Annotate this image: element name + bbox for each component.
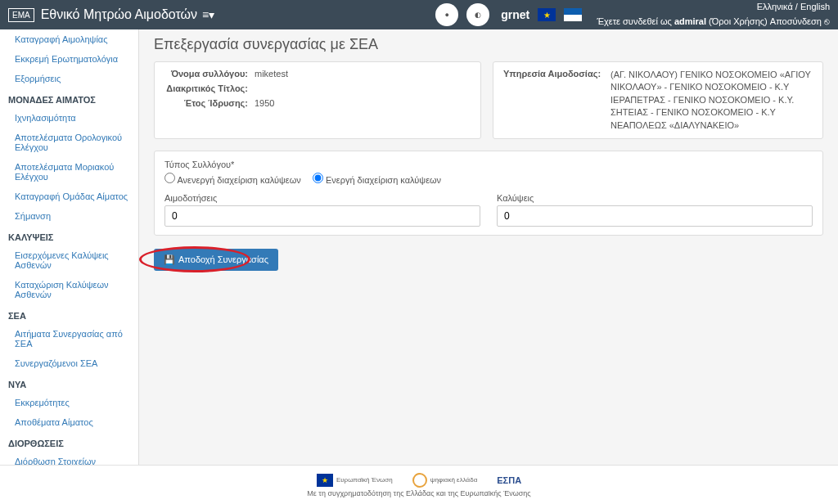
footer-espa-logo: ΕΣΠΑ bbox=[497, 475, 521, 485]
sidebar-item-diorthosi-erotimatologion[interactable]: Διόρθωση Στοιχείων Ερωτηματολογίων bbox=[0, 452, 138, 465]
language-switch: Ελληνικά / English bbox=[757, 2, 830, 11]
donations-label: Αιμοδοτήσεις bbox=[164, 193, 480, 203]
sidebar-item-eiserhomenes-kalypseis[interactable]: Εισερχόμενες Καλύψεις Ασθενών bbox=[0, 245, 138, 275]
sidebar-item-eksormiseis[interactable]: Εξορμήσεις bbox=[0, 69, 138, 88]
app-title: Εθνικό Μητρώο Αιμοδοτών bbox=[41, 7, 197, 22]
sidebar-item-kataxorisi-kalypseon[interactable]: Καταχώριση Καλύψεων Ασθενών bbox=[0, 275, 138, 304]
service-info-panel: Υπηρεσία Αιμοδοσίας: (ΑΓ. ΝΙΚΟΛΑΟΥ) ΓΕΝΙ… bbox=[493, 61, 823, 139]
type-label: Τύπος Συλλόγου* bbox=[164, 160, 813, 169]
save-icon: 💾 bbox=[164, 254, 175, 265]
footer-eu-logo: ★Ευρωπαϊκή Ένωση bbox=[317, 474, 393, 487]
form-panel: Τύπος Συλλόγου* Ανενεργή διαχείριση καλύ… bbox=[154, 151, 823, 236]
partner-logos: ● ◐ grnet ★ bbox=[435, 3, 582, 26]
content-area: Επεξεργασία συνεργασίας με ΣΕΑ Όνομα συλ… bbox=[139, 29, 838, 465]
service-value: (ΑΓ. ΝΙΚΟΛΑΟΥ) ΓΕΝΙΚΟ ΝΟΣΟΚΟΜΕΙΟ «ΑΓΙΟΥ … bbox=[610, 69, 813, 132]
sidebar-item-simansi[interactable]: Σήμανση bbox=[0, 206, 138, 226]
sidebar-item-apothemata[interactable]: Αποθέματα Αίματος bbox=[0, 412, 138, 432]
year-label: Έτος Ίδρυσης: bbox=[164, 98, 255, 108]
sidebar-item-aitimata-sea[interactable]: Αιτήματα Συνεργασίας από ΣΕΑ bbox=[0, 324, 138, 353]
distinctive-label: Διακριτικός Τίτλος: bbox=[164, 83, 255, 93]
name-value: miketest bbox=[255, 69, 288, 79]
eu-flag-icon: ★ bbox=[538, 8, 556, 21]
terms-link[interactable]: (Όροι Χρήσης) bbox=[709, 16, 768, 26]
logout-link[interactable]: Αποσύνδεση bbox=[770, 16, 822, 26]
donations-input[interactable] bbox=[164, 205, 480, 227]
page-title: Επεξεργασία συνεργασίας με ΣΕΑ bbox=[154, 36, 823, 53]
partner-logo-2: ◐ bbox=[466, 3, 489, 26]
sidebar-item-omadas-aimatos[interactable]: Καταγραφή Ομάδας Αίματος bbox=[0, 187, 138, 206]
lang-english-link[interactable]: English bbox=[800, 2, 830, 11]
sidebar-item-synergazomenoi-sea[interactable]: Συνεργαζόμενοι ΣΕΑ bbox=[0, 353, 138, 373]
sidebar-item-ichnilasimotita[interactable]: Ιχνηλασιμότητα bbox=[0, 108, 138, 128]
sidebar-section-nya: ΝΥΑ bbox=[0, 373, 138, 393]
footer-digital-logo: ψηφιακή ελλάδα bbox=[412, 473, 478, 488]
year-value: 1950 bbox=[255, 98, 274, 108]
service-label: Υπηρεσία Αιμοδοσίας: bbox=[503, 69, 610, 132]
sidebar[interactable]: Καταγραφή Αιμοληψίας Εκκρεμή Ερωτηματολό… bbox=[0, 29, 139, 465]
association-info-panel: Όνομα συλλόγου: miketest Διακριτικός Τίτ… bbox=[154, 61, 481, 139]
radio-active[interactable] bbox=[313, 173, 323, 183]
logo: EMA bbox=[8, 8, 34, 22]
sidebar-item-moriakou[interactable]: Αποτελέσματα Μοριακού Ελέγχου bbox=[0, 157, 138, 187]
username: admiral bbox=[674, 16, 706, 26]
lang-greek-link[interactable]: Ελληνικά bbox=[757, 2, 793, 11]
radio-inactive[interactable] bbox=[164, 173, 175, 183]
partner-logo-1: ● bbox=[435, 3, 458, 26]
sidebar-section-sea: ΣΕΑ bbox=[0, 304, 138, 324]
accept-button-label: Αποδοχή Συνεργασίας bbox=[178, 254, 268, 264]
footer: ★Ευρωπαϊκή Ένωση ψηφιακή ελλάδα ΕΣΠΑ Με … bbox=[0, 465, 838, 504]
radio-active-label[interactable]: Ενεργή διαχείριση καλύψεων bbox=[313, 173, 441, 185]
radio-inactive-label[interactable]: Ανενεργή διαχείριση καλύψεων bbox=[164, 173, 301, 185]
sidebar-section-monades: ΜΟΝΑΔΕΣ ΑΙΜΑΤΟΣ bbox=[0, 88, 138, 108]
name-label: Όνομα συλλόγου: bbox=[164, 69, 255, 79]
session-info: Έχετε συνδεθεί ως admiral (Όροι Χρήσης) … bbox=[597, 16, 830, 26]
grnet-logo-text: grnet bbox=[501, 8, 529, 21]
sidebar-item-ekkremotites[interactable]: Εκκρεμότητες bbox=[0, 393, 138, 412]
sidebar-item-ekkremi-erotimatologia[interactable]: Εκκρεμή Ερωτηματολόγια bbox=[0, 49, 138, 69]
accept-cooperation-button[interactable]: 💾 Αποδοχή Συνεργασίας bbox=[154, 249, 278, 271]
sidebar-section-kalypseis: ΚΑΛΥΨΕΙΣ bbox=[0, 226, 138, 245]
covers-label: Καλύψεις bbox=[497, 193, 813, 203]
footer-text: Με τη συγχρηματοδότηση της Ελλάδας και τ… bbox=[307, 489, 530, 497]
sidebar-item-katagrafi-aimolipsias[interactable]: Καταγραφή Αιμοληψίας bbox=[0, 29, 138, 49]
topbar: EMA Εθνικό Μητρώο Αιμοδοτών ≡▾ ● ◐ grnet… bbox=[0, 0, 838, 29]
sidebar-section-diorthoseis: ΔΙΟΡΘΩΣΕΙΣ bbox=[0, 432, 138, 452]
logged-in-prefix: Έχετε συνδεθεί ως bbox=[597, 16, 674, 26]
gr-flag-icon bbox=[564, 8, 582, 21]
covers-input[interactable] bbox=[497, 205, 813, 227]
sidebar-item-orologikou[interactable]: Αποτελέσματα Ορολογικού Ελέγχου bbox=[0, 128, 138, 157]
menu-toggle-icon[interactable]: ≡▾ bbox=[202, 8, 214, 21]
logout-icon[interactable]: ⎋ bbox=[824, 16, 830, 26]
